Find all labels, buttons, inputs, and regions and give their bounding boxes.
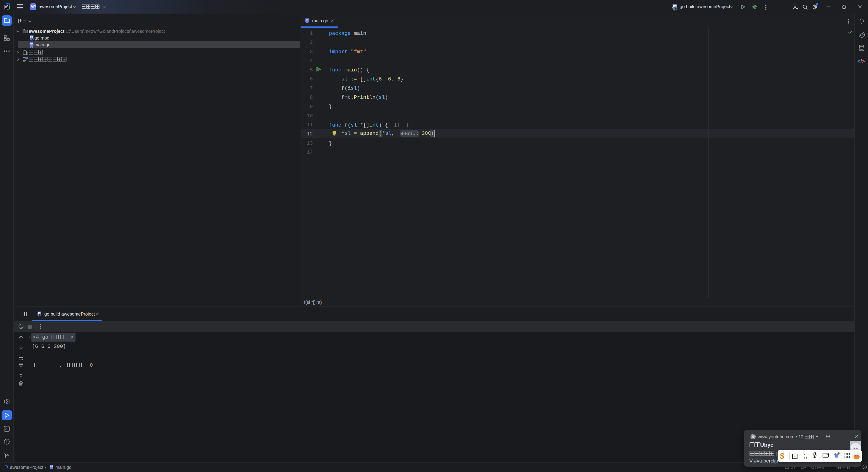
svg-text:GO: GO <box>5 5 8 7</box>
